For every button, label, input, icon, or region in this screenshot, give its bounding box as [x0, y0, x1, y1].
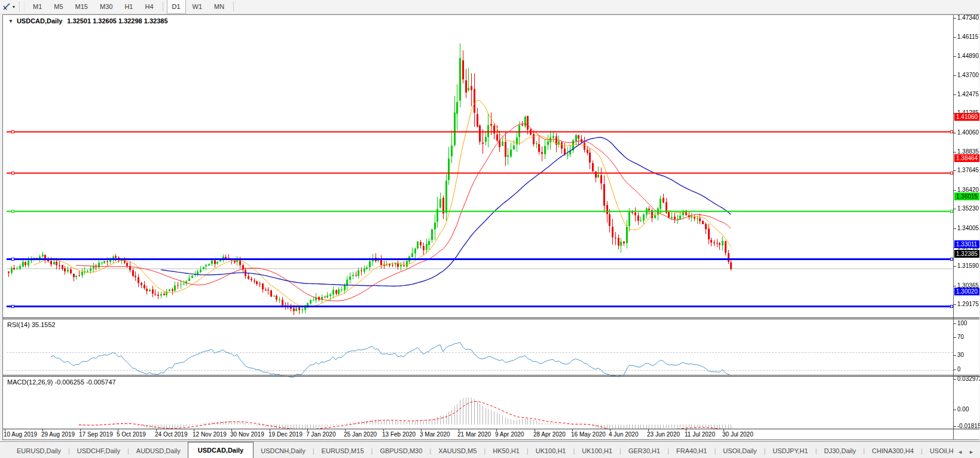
chart-tab-dj30-daily[interactable]: DJ30,Daily — [817, 444, 863, 458]
timeframe-button-d1[interactable]: D1 — [167, 0, 186, 14]
time-tick-label: 21 Mar 2020 — [457, 431, 491, 438]
pane-separator[interactable] — [3, 319, 979, 319]
line-tools-icon[interactable]: ▼ — [0, 1, 18, 13]
chart-tab-usoil-daily[interactable]: USOil,Daily — [716, 444, 764, 458]
chart-tab-usdchf-daily[interactable]: USDCHF,Daily — [70, 444, 127, 458]
pane-separator — [3, 429, 979, 429]
price-tick-mark — [953, 304, 956, 305]
rsi-tick-label: 100 — [957, 320, 967, 326]
time-tick-label: 19 Dec 2019 — [268, 431, 303, 438]
price-tick-label: 1.44890 — [957, 53, 979, 59]
time-axis[interactable]: 10 Aug 201929 Aug 201917 Sep 20195 Oct 2… — [3, 429, 953, 439]
time-tick-label: 29 Aug 2019 — [41, 431, 75, 438]
timeframe-button-m1[interactable]: M1 — [28, 0, 47, 14]
price-tick-label: 1.42475 — [957, 91, 979, 97]
chart-tab-uk100-h1[interactable]: UK100,H1 — [529, 444, 573, 458]
price-tick-mark — [953, 170, 956, 171]
macd-tick-label: -0.01815 — [957, 423, 980, 429]
price-tick-mark — [953, 75, 956, 76]
hline-price-label: 1.36015 — [954, 193, 979, 200]
time-tick-label: 25 Jan 2020 — [344, 431, 377, 438]
timeframe-button-m5[interactable]: M5 — [48, 0, 68, 14]
price-tick-label: 1.35230 — [957, 205, 979, 212]
time-tick-label: 17 Sep 2019 — [79, 431, 113, 438]
macd-tick-mark — [953, 410, 956, 410]
timeframe-button-h1[interactable]: H1 — [119, 0, 138, 14]
timeframe-toolbar: ▼ M1M5M15M30H1H4D1W1MN — [0, 0, 980, 14]
timeframe-button-mn[interactable]: MN — [209, 0, 230, 14]
price-tick-label: 1.37645 — [957, 167, 979, 173]
price-tick-mark — [953, 94, 956, 95]
price-tick-label: 1.43700 — [957, 72, 979, 78]
macd-tick-mark — [953, 426, 956, 427]
chart-tab-fra40-h1[interactable]: FRA40,H1 — [669, 444, 714, 458]
toolbar-separator — [163, 2, 163, 11]
price-tick-mark — [953, 190, 956, 191]
timeframe-button-m15[interactable]: M15 — [70, 0, 93, 14]
price-tick-label: 1.40060 — [957, 129, 979, 136]
price-tick-mark — [953, 228, 956, 229]
chart-symbol-label: USDCAD,Daily — [17, 17, 62, 25]
chart-tab-uk100-h1[interactable]: UK100,H1 — [575, 444, 619, 458]
chart-tab-audusd-daily[interactable]: AUDUSD,Daily — [129, 444, 188, 458]
pane-separator[interactable] — [3, 375, 979, 375]
chart-title: ▼ USDCAD,Daily 1.32501 1.32605 1.32298 1… — [8, 17, 168, 25]
chart-tab-china300-h4[interactable]: CHINA300,H4 — [865, 444, 921, 458]
toolbar-separator — [233, 2, 234, 11]
price-tick-label: 1.47340 — [957, 14, 979, 21]
hline-price-label: 1.38464 — [954, 154, 979, 162]
price-tick-mark — [953, 37, 956, 38]
time-tick-label: 9 Apr 2020 — [495, 431, 524, 438]
chart-tab-strip: EURUSD,Daily|USDCHF,Daily|AUDUSD,DailyUS… — [0, 442, 957, 458]
time-tick-label: 10 Aug 2019 — [4, 431, 37, 438]
price-tick-label: 1.46115 — [957, 33, 978, 40]
chart-tab-xauusd-m5[interactable]: XAUUSD,M5 — [431, 444, 484, 458]
crosshair-pointer-icon — [2, 2, 11, 11]
price-tick-mark — [953, 133, 956, 133]
chart-tab-ger30-h1[interactable]: GER30,H1 — [621, 444, 667, 458]
rsi-tick-mark — [953, 370, 956, 370]
price-tick-mark — [953, 266, 956, 267]
timeframe-button-m30[interactable]: M30 — [94, 0, 118, 14]
rsi-tick-label: 0 — [957, 366, 961, 372]
chart-tab-usdjpy-h1[interactable]: USDJPY,H1 — [765, 444, 815, 458]
toolbar-grip — [19, 2, 25, 11]
chart-tab-eurusd-m15[interactable]: EURUSD,M15 — [315, 444, 371, 458]
rsi-indicator-label: RSI(14) 35.1552 — [7, 321, 56, 328]
time-tick-label: 12 Nov 2019 — [193, 431, 227, 438]
time-tick-label: 30 Nov 2019 — [230, 431, 264, 438]
chart-tab-gbpusd-m30[interactable]: GBPUSD,M30 — [373, 444, 429, 458]
time-tick-label: 23 Jun 2020 — [647, 431, 680, 438]
pane-separator[interactable] — [3, 317, 979, 318]
time-tick-label: 30 Jul 2020 — [722, 431, 753, 438]
chart-tab-hk50-h1[interactable]: HK50,H1 — [486, 444, 527, 458]
chart-tab-bar: EURUSD,Daily|USDCHF,Daily|AUDUSD,DailyUS… — [0, 441, 980, 458]
chart-dropdown-icon[interactable]: ▼ — [8, 19, 13, 24]
price-tick-mark — [953, 152, 956, 152]
chart-tab-eurusd-daily[interactable]: EURUSD,Daily — [10, 444, 68, 458]
rsi-tick-mark — [953, 337, 956, 338]
price-tick-mark — [953, 209, 956, 209]
chart-tab-usdcnh-daily[interactable]: USDCNH,Daily — [254, 444, 313, 458]
dropdown-caret-icon: ▼ — [12, 5, 16, 9]
timeframe-buttons: M1M5M15M30H1H4D1W1MN — [27, 0, 237, 14]
hline-price-label: 1.41060 — [954, 113, 979, 121]
timeframe-button-w1[interactable]: W1 — [187, 0, 208, 14]
pane-separator[interactable] — [3, 376, 979, 377]
chart-canvas[interactable] — [7, 30, 956, 444]
time-tick-label: 7 Jan 2020 — [306, 431, 336, 438]
tab-scroll-left-icon[interactable]: ◄ — [957, 449, 963, 455]
tab-scroll-right-icon[interactable]: ► — [969, 449, 974, 455]
rsi-tick-label: 30 — [957, 352, 964, 358]
macd-tick-label: 0.032972 — [957, 375, 980, 382]
rsi-tick-mark — [953, 323, 956, 324]
timeframe-button-h4[interactable]: H4 — [139, 0, 158, 14]
time-tick-label: 13 Feb 2020 — [382, 431, 416, 438]
chart-tab-usoil-h[interactable]: USOil,H — [923, 444, 957, 458]
price-tick-mark — [953, 286, 956, 286]
hline-price-label: 1.30020 — [954, 288, 979, 295]
macd-tick-label: 0.00 — [957, 406, 969, 413]
price-tick-mark — [953, 56, 956, 57]
chart-tab-usdcad-daily[interactable]: USDCAD,Daily — [188, 442, 254, 458]
time-tick-label: 24 Oct 2019 — [155, 431, 187, 438]
